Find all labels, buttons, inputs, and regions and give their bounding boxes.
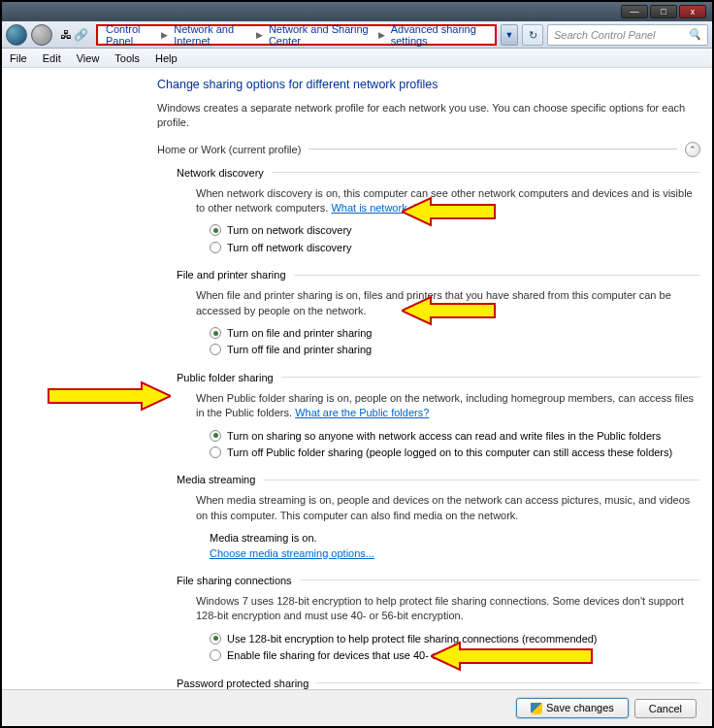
pfs-on-label: Turn on sharing so anyone with network a… <box>227 429 661 444</box>
section-title-nd: Network discovery <box>177 167 264 179</box>
network-icon: 🖧 <box>60 28 72 42</box>
search-placeholder: Search Control Panel <box>554 29 656 41</box>
section-title-fps: File and printer sharing <box>177 269 286 281</box>
section-title-pps: Password protected sharing <box>177 678 308 689</box>
chevron-up-icon[interactable]: ⌃ <box>685 142 700 157</box>
menubar: File Edit View Tools Help <box>2 49 712 68</box>
svg-marker-2 <box>49 382 171 410</box>
sharing-icon: 🔗 <box>74 28 88 42</box>
menu-view[interactable]: View <box>77 52 100 64</box>
section-title-ms: Media streaming <box>177 474 255 485</box>
nd-on-label: Turn on network discovery <box>227 223 352 238</box>
fps-on-label: Turn on file and printer sharing <box>227 326 372 341</box>
nd-off-radio[interactable] <box>210 242 221 253</box>
save-button[interactable]: Save changes <box>516 698 629 718</box>
ms-options-link[interactable]: Choose media streaming options... <box>210 546 700 561</box>
ms-desc: When media streaming is on, people and d… <box>196 493 700 523</box>
fps-off-radio[interactable] <box>210 344 221 355</box>
refresh-button[interactable]: ↻ <box>522 24 543 46</box>
fsc-128-label: Use 128-bit encryption to help protect f… <box>227 632 598 646</box>
profile-label: Home or Work (current profile) <box>157 144 301 155</box>
fps-desc: When file and printer sharing is on, fil… <box>196 288 700 318</box>
menu-help[interactable]: Help <box>155 52 178 64</box>
chevron-right-icon: ▶ <box>374 30 389 40</box>
page-title: Change sharing options for different net… <box>157 78 700 91</box>
pfs-off-label: Turn off Public folder sharing (people l… <box>227 446 672 460</box>
fsc-128-radio[interactable] <box>210 633 221 645</box>
chevron-right-icon: ▶ <box>157 30 172 40</box>
pfs-help-link[interactable]: What are the Public folders? <box>295 407 429 418</box>
fps-off-label: Turn off file and printer sharing <box>227 343 372 357</box>
crumb-control-panel[interactable]: Control Panel <box>104 23 157 47</box>
shield-icon <box>531 703 542 714</box>
profile-header[interactable]: Home or Work (current profile) ⌃ <box>157 142 700 157</box>
divider <box>308 149 677 149</box>
maximize-button[interactable]: □ <box>650 5 677 18</box>
nd-desc: When network discovery is on, this compu… <box>196 186 700 216</box>
section-title-fsc: File sharing connections <box>177 575 292 586</box>
pfs-desc: When Public folder sharing is on, people… <box>196 391 700 421</box>
crumb-sharing-center[interactable]: Network and Sharing Center <box>267 23 374 47</box>
menu-file[interactable]: File <box>10 52 27 64</box>
crumb-network-internet[interactable]: Network and Internet <box>172 23 252 47</box>
nav-icons: 🖧 🔗 <box>56 28 92 42</box>
pfs-off-radio[interactable] <box>210 447 221 458</box>
titlebar: — □ x <box>2 2 712 21</box>
breadcrumb[interactable]: Control Panel ▶ Network and Internet ▶ N… <box>96 24 497 46</box>
search-input[interactable]: Search Control Panel 🔍 <box>547 24 708 46</box>
annotation-arrow-icon <box>45 379 171 414</box>
minimize-button[interactable]: — <box>621 5 648 18</box>
nav-back-button[interactable] <box>6 24 27 46</box>
footer: Save changes Cancel <box>2 689 712 726</box>
fsc-40-label: Enable file sharing for devices that use… <box>227 648 523 663</box>
crumb-advanced-settings[interactable]: Advanced sharing settings <box>389 23 489 47</box>
menu-edit[interactable]: Edit <box>43 52 61 64</box>
breadcrumb-dropdown[interactable]: ▼ <box>501 24 518 46</box>
cancel-button[interactable]: Cancel <box>634 699 697 718</box>
navbar: 🖧 🔗 Control Panel ▶ Network and Internet… <box>2 21 712 49</box>
section-title-pfs: Public folder sharing <box>177 372 274 383</box>
nd-off-label: Turn off network discovery <box>227 241 351 255</box>
fps-on-radio[interactable] <box>210 327 221 339</box>
page-intro: Windows creates a separate network profi… <box>157 101 700 130</box>
chevron-right-icon: ▶ <box>252 30 267 40</box>
nd-on-radio[interactable] <box>210 224 221 236</box>
close-button[interactable]: x <box>679 5 706 18</box>
nd-help-link[interactable]: What is network discovery? <box>331 202 461 214</box>
menu-tools[interactable]: Tools <box>114 52 140 64</box>
ms-status: Media streaming is on. <box>210 531 700 546</box>
search-icon: 🔍 <box>688 28 701 41</box>
nav-forward-button[interactable] <box>31 24 52 46</box>
fsc-40-radio[interactable] <box>210 649 221 661</box>
pfs-on-radio[interactable] <box>210 430 221 442</box>
fsc-desc: Windows 7 uses 128-bit encryption to hel… <box>196 594 700 624</box>
